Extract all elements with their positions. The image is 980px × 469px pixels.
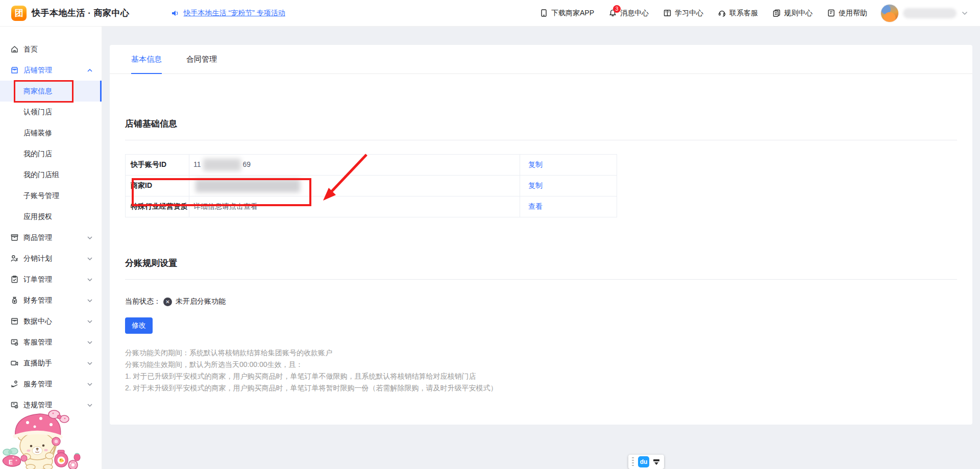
basic-info-table: 快手账号ID 1169 复制 商家ID [125, 154, 617, 217]
sidebar-item-label: 我的门店 [23, 150, 52, 159]
sidebar-item-app-authorization[interactable]: 应用授权 [0, 206, 102, 227]
chevron-down-icon [87, 299, 92, 302]
sidebar-item-data-center[interactable]: 数据中心 [0, 311, 102, 332]
top-header: 团 快手本地生活 · 商家中心 快手本地生活 “宠粉节” 专项活动 下载商家AP… [0, 0, 980, 27]
data-icon [10, 317, 19, 326]
username-blurred [903, 8, 957, 18]
shop-icon [10, 66, 19, 75]
copy-link[interactable]: 复制 [528, 160, 543, 168]
sidebar-item-label: 数据中心 [23, 317, 52, 326]
sidebar-item-label: 商品管理 [23, 233, 52, 242]
live-icon [10, 359, 19, 367]
chevron-down-icon [87, 404, 92, 407]
sidebar-item-label: 认领门店 [23, 108, 52, 117]
sidebar-item-label: 店铺管理 [23, 66, 52, 75]
status-label: 当前状态： [125, 297, 161, 306]
sidebar-item-my-store-groups[interactable]: 我的门店组 [0, 164, 102, 185]
tab-label: 合同管理 [186, 55, 217, 64]
section-title-basic-shop-info: 店铺基础信息 [125, 74, 957, 130]
sidebar-item-label: 我的门店组 [23, 170, 59, 180]
finance-icon [10, 296, 19, 305]
mascot-bear-sticker: E [0, 407, 81, 469]
nav-label: 学习中心 [675, 9, 703, 18]
chevron-down-icon [87, 278, 92, 281]
sidebar-item-shop-management[interactable]: 店铺管理 [0, 60, 102, 81]
row-value [189, 176, 520, 196]
tab-basic-info[interactable]: 基本信息 [131, 45, 162, 73]
chevron-down-icon [87, 236, 92, 239]
rules-center[interactable]: 规则中心 [772, 9, 813, 18]
download-merchant-app[interactable]: 下载商家APP [540, 9, 594, 18]
sidebar-item-claim-store[interactable]: 认领门店 [0, 102, 102, 122]
nav-label: 规则中心 [784, 9, 813, 18]
sidebar-item-shop-decoration[interactable]: 店铺装修 [0, 122, 102, 143]
id-prefix: 11 [193, 160, 201, 168]
rules-icon [772, 9, 781, 17]
customer-service-icon [10, 338, 19, 347]
split-rules-notes: 分账功能关闭期间：系统默认将核销款结算给集团账号的收款账户 分账功能生效期间，默… [125, 347, 957, 394]
chevron-down-icon [87, 383, 92, 386]
chevron-down-icon [87, 257, 92, 260]
table-row-kuaishou-account-id: 快手账号ID 1169 复制 [126, 155, 617, 176]
row-action: 复制 [520, 155, 617, 176]
row-label: 特殊行业经营资质 [126, 196, 189, 217]
unread-count-badge: 3 [613, 5, 621, 13]
user-account-menu[interactable] [880, 4, 968, 22]
row-action: 复制 [520, 176, 617, 196]
contact-support[interactable]: 联系客服 [718, 9, 758, 18]
nav-label: 联系客服 [729, 9, 758, 18]
kuaishou-local-life-logo: 团 [11, 6, 27, 21]
sidebar-item-goods-management[interactable]: 商品管理 [0, 227, 102, 248]
chevron-down-icon [962, 11, 968, 15]
ime-keyboard-toggle-icon[interactable] [653, 459, 659, 465]
sidebar-item-label: 客服管理 [23, 338, 52, 347]
sidebar-item-finance-management[interactable]: 财务管理 [0, 290, 102, 311]
tab-contract-management[interactable]: 合同管理 [186, 45, 217, 73]
service-icon [10, 380, 19, 388]
sidebar-item-home[interactable]: 首页 [0, 39, 102, 60]
id-suffix: 69 [243, 160, 251, 168]
sidebar-nav: 首页 店铺管理 商家信息 认领门店 店铺装修 我的门店 我的门店组 子账号管理 [0, 27, 102, 469]
avatar[interactable] [880, 4, 899, 22]
header-nav: 下载商家APP 3 消息中心 学习中心 联系客服 规则中心 [540, 9, 867, 18]
sidebar-item-label: 店铺装修 [23, 129, 52, 138]
chevron-down-icon [87, 320, 92, 323]
sidebar-item-merchant-info[interactable]: 商家信息 [0, 81, 102, 102]
sidebar-item-label: 订单管理 [23, 275, 52, 284]
view-link[interactable]: 查看 [528, 202, 543, 210]
sidebar-item-my-stores[interactable]: 我的门店 [0, 143, 102, 164]
tab-label: 基本信息 [131, 55, 162, 64]
activity-link[interactable]: 快手本地生活 “宠粉节” 专项活动 [184, 9, 285, 18]
sidebar-item-order-management[interactable]: 订单管理 [0, 269, 102, 290]
ime-toolbar[interactable]: du [628, 455, 664, 469]
headset-icon [718, 9, 726, 17]
row-action: 查看 [520, 196, 617, 217]
ime-drag-handle-icon[interactable] [632, 457, 634, 466]
message-center[interactable]: 3 消息中心 [608, 9, 649, 18]
sidebar-item-customer-service-management[interactable]: 客服管理 [0, 332, 102, 353]
sidebar-item-service-management[interactable]: 服务管理 [0, 374, 102, 394]
sidebar-item-distribution-plan[interactable]: 分销计划 [0, 248, 102, 269]
sidebar-item-label: 分销计划 [23, 254, 52, 263]
sidebar-item-live-assistant[interactable]: 直播助手 [0, 353, 102, 374]
status-value: 未开启分账功能 [176, 297, 226, 306]
announcement-bar: 快手本地生活 “宠粉节” 专项活动 [170, 9, 285, 18]
nav-label: 消息中心 [620, 9, 649, 18]
modify-button[interactable]: 修改 [125, 317, 153, 334]
sidebar-item-label: 子账号管理 [23, 191, 59, 201]
usage-help[interactable]: 使用帮助 [827, 9, 867, 18]
main-card: 基本信息 合同管理 店铺基础信息 快手账号ID 1169 复制 [110, 45, 972, 425]
nav-label: 使用帮助 [839, 9, 867, 18]
learning-center[interactable]: 学习中心 [663, 9, 703, 18]
help-icon [827, 9, 836, 17]
ime-du-icon[interactable]: du [638, 456, 649, 467]
sidebar-item-subaccount-management[interactable]: 子账号管理 [0, 185, 102, 206]
book-icon [663, 9, 672, 17]
note-line: 1. 对于已升级到平安模式的商家，用户购买商品时，单笔订单不做限购，且系统默认将… [125, 371, 957, 382]
chevron-down-icon [87, 362, 92, 365]
sidebar-item-label: 应用授权 [23, 212, 52, 221]
copy-link[interactable]: 复制 [528, 181, 543, 189]
row-label: 商家ID [126, 176, 189, 196]
split-status-row: 当前状态： ✕ 未开启分账功能 [125, 297, 957, 306]
sidebar-item-label: 直播助手 [23, 359, 52, 368]
